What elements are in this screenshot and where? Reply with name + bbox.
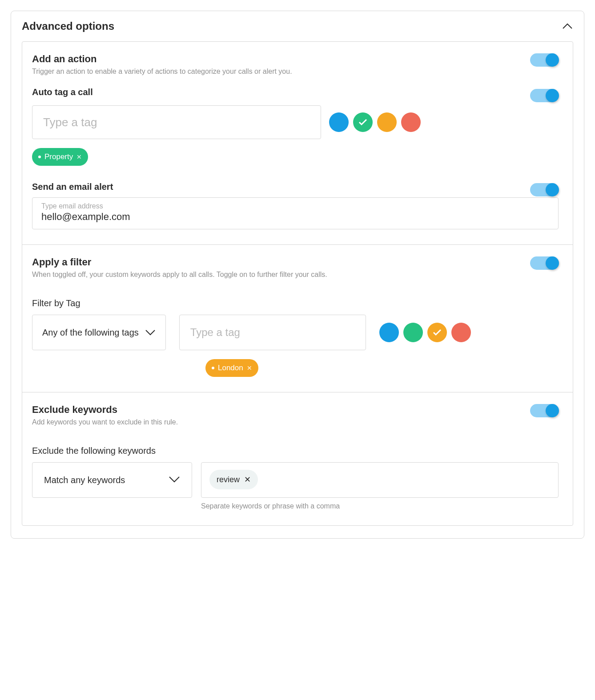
check-icon	[358, 119, 367, 126]
email-placeholder: Type email address	[41, 202, 549, 210]
exclude-toggle[interactable]	[530, 404, 559, 417]
chevron-down-icon	[169, 475, 180, 485]
check-icon	[433, 329, 442, 336]
advanced-options-title: Advanced options	[22, 20, 114, 32]
advanced-options-header: Advanced options	[22, 20, 573, 32]
tag-chip-label: London	[218, 364, 243, 372]
close-icon[interactable]: ✕	[76, 153, 82, 160]
color-swatch-orange[interactable]	[427, 323, 447, 342]
section-add-action: Add an action Trigger an action to enabl…	[22, 42, 573, 245]
section-apply-filter: Apply a filter When toggled off, your cu…	[22, 245, 573, 392]
advanced-options-body: Add an action Trigger an action to enabl…	[22, 41, 573, 526]
color-swatch-blue[interactable]	[379, 323, 399, 342]
tag-chip-label: Property	[44, 152, 73, 161]
add-action-desc: Trigger an action to enable a variety of…	[32, 68, 523, 76]
section-exclude-keywords: Exclude keywords Add keywords you want t…	[22, 392, 573, 525]
keyword-chip-review[interactable]: review ✕	[209, 470, 258, 489]
color-swatch-blue[interactable]	[329, 112, 349, 132]
color-swatch-red[interactable]	[401, 112, 421, 132]
email-input[interactable]: Type email address hello@example.com	[32, 197, 559, 229]
auto-tag-color-picker	[329, 112, 421, 132]
color-swatch-green[interactable]	[403, 323, 423, 342]
exclude-desc: Add keywords you want to exclude in this…	[32, 418, 523, 426]
tag-match-select-value: Any of the following tags	[42, 328, 139, 338]
tag-chip-london[interactable]: London ✕	[205, 359, 258, 377]
filter-color-picker	[379, 323, 471, 342]
email-alert-toggle[interactable]	[530, 183, 559, 196]
keyword-match-select-value: Match any keywords	[44, 475, 125, 485]
tag-chip-property[interactable]: Property ✕	[32, 148, 88, 166]
advanced-options-card: Advanced options Add an action Trigger a…	[11, 11, 584, 539]
exclude-sub-label: Exclude the following keywords	[32, 446, 559, 456]
dot-icon	[212, 367, 214, 369]
color-swatch-orange[interactable]	[377, 112, 397, 132]
dot-icon	[38, 156, 41, 158]
exclude-hint: Separate keywords or phrase with a comma	[201, 502, 559, 510]
keyword-match-select[interactable]: Match any keywords	[32, 462, 192, 498]
email-value: hello@example.com	[41, 211, 549, 223]
close-icon[interactable]: ✕	[247, 364, 252, 372]
add-action-toggle[interactable]	[530, 53, 559, 67]
auto-tag-input[interactable]	[32, 105, 321, 139]
apply-filter-toggle[interactable]	[530, 256, 559, 270]
color-swatch-red[interactable]	[451, 323, 471, 342]
tag-match-select[interactable]: Any of the following tags	[32, 315, 166, 350]
email-alert-title: Send an email alert	[32, 182, 113, 192]
add-action-title: Add an action	[32, 53, 523, 65]
collapse-icon[interactable]	[562, 20, 573, 32]
filter-tag-input[interactable]	[179, 315, 366, 350]
keyword-chip-label: review	[217, 475, 240, 484]
color-swatch-green[interactable]	[353, 112, 373, 132]
chevron-down-icon	[145, 328, 156, 338]
filter-by-tag-label: Filter by Tag	[32, 298, 559, 308]
apply-filter-desc: When toggled off, your custom keywords a…	[32, 271, 523, 279]
close-icon[interactable]: ✕	[244, 475, 251, 484]
auto-tag-toggle[interactable]	[530, 89, 559, 102]
auto-tag-title: Auto tag a call	[32, 87, 93, 97]
exclude-title: Exclude keywords	[32, 404, 523, 416]
apply-filter-title: Apply a filter	[32, 256, 523, 268]
exclude-keywords-input[interactable]: review ✕	[201, 462, 559, 498]
